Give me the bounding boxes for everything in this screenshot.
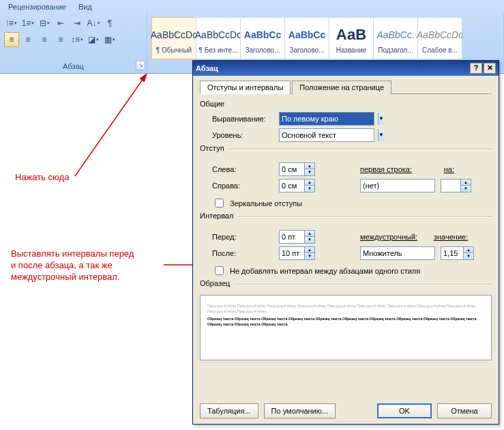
style-subtitle[interactable]: AaBbCc. Подзагол...	[373, 17, 418, 59]
style-subtle-emphasis[interactable]: AaBbCcDc Слабое в...	[417, 17, 462, 59]
close-button[interactable]: ✕	[484, 63, 496, 74]
style-normal[interactable]: AaBbCcDc ¶ Обычный	[151, 17, 196, 59]
paragraph-dialog: Абзац ? ✕ Отступы и интервалы Положение …	[192, 60, 499, 425]
combo-alignment[interactable]: ▼	[279, 112, 374, 126]
fieldset-preview: Образец Пред-дущ-й абзац Пред-дущ-й абза…	[200, 284, 492, 360]
chevron-down-icon[interactable]: ▼	[378, 129, 384, 141]
justify-icon[interactable]: ≡	[53, 32, 68, 47]
tab-indents-spacing[interactable]: Отступы и интервалы	[200, 81, 291, 94]
combo-outline-level[interactable]: ▼	[279, 128, 374, 142]
label-space-after: После:	[212, 249, 273, 257]
show-marks-icon[interactable]: ¶	[102, 16, 117, 31]
tab-review[interactable]: Рецензирование	[3, 1, 72, 13]
spinner-space-before[interactable]: ▲▼	[279, 230, 315, 244]
svg-line-0	[75, 74, 147, 176]
cancel-button[interactable]: Отмена	[437, 403, 492, 418]
style-heading1[interactable]: AaBbCc Заголово...	[240, 17, 285, 59]
paragraph-dialog-launcher[interactable]: ↘	[136, 61, 145, 70]
indent-decrease-icon[interactable]: ⇤	[53, 16, 68, 31]
ok-button[interactable]: OK	[377, 403, 432, 418]
combo-first-line[interactable]: ▼	[360, 179, 435, 192]
dialog-titlebar[interactable]: Абзац ? ✕	[193, 61, 499, 76]
shading-icon[interactable]: ◪	[86, 32, 101, 47]
multilevel-icon[interactable]: ⊟	[37, 16, 52, 31]
spinner-line-spacing-at[interactable]: ▲▼	[441, 246, 474, 260]
line-spacing-icon[interactable]: ↕≡	[70, 32, 85, 47]
fieldset-general: Общие Выравнивание: ▼ Уровень: ▼	[200, 100, 492, 142]
label-at: значение:	[434, 233, 475, 241]
dialog-tabs: Отступы и интервалы Положение на страниц…	[200, 80, 492, 94]
spinner-indent-left[interactable]: ▲▼	[279, 162, 315, 176]
help-button[interactable]: ?	[470, 63, 482, 74]
spinner-space-after[interactable]: ▲▼	[279, 246, 315, 260]
align-right-icon[interactable]: ≡	[37, 32, 52, 47]
borders-icon[interactable]: ▦	[102, 32, 117, 47]
spinner-first-line-by[interactable]: ▲▼	[441, 179, 471, 192]
checkbox-no-space-same-style[interactable]: Не добавлять интервал между абзацами одн…	[212, 264, 492, 277]
align-center-icon[interactable]: ≡	[20, 32, 35, 47]
sort-icon[interactable]: A↓	[86, 16, 101, 31]
tabs-button[interactable]: Табуляция...	[200, 403, 258, 418]
chevron-down-icon[interactable]: ▼	[378, 113, 384, 125]
dialog-title: Абзац	[196, 64, 218, 72]
tab-view[interactable]: Вид	[73, 1, 98, 13]
label-alignment: Выравнивание:	[212, 115, 273, 123]
bullets-icon[interactable]: ⁝≡	[4, 16, 19, 31]
label-space-before: Перед:	[212, 233, 273, 241]
label-indent-left: Слева:	[212, 165, 273, 173]
indent-increase-icon[interactable]: ⇥	[70, 16, 85, 31]
label-outline-level: Уровень:	[212, 131, 273, 139]
label-by: на:	[434, 165, 454, 173]
label-indent-right: Справа:	[212, 182, 273, 190]
numbering-icon[interactable]: 1≡	[20, 16, 35, 31]
fieldset-spacing: Интервал Перед: ▲▼ междустрочный: значен…	[200, 216, 492, 277]
combo-line-spacing[interactable]: ▼	[360, 246, 435, 260]
dialog-buttons: Табуляция... По умолчанию... OK Отмена	[200, 403, 492, 418]
ribbon-tabs: Рецензирование Вид	[0, 0, 504, 13]
default-button[interactable]: По умолчанию...	[264, 403, 336, 418]
annotation-interval: Выставлять интервалы перед и после абзац…	[11, 248, 134, 283]
tab-line-page-breaks[interactable]: Положение на странице	[292, 81, 391, 94]
label-first-line: первая строка:	[360, 165, 428, 173]
paragraph-group-label: Абзац	[4, 61, 143, 70]
label-line-spacing: междустрочный:	[360, 233, 428, 241]
preview-pane: Пред-дущ-й абзац Пред-дущ-й абзац Пред-д…	[200, 295, 492, 360]
fieldset-indent: Отступ Слева: ▲▼ первая строка: на: Спра…	[200, 149, 492, 210]
annotation-click-here: Нажать сюда	[15, 172, 69, 182]
style-heading2[interactable]: AaBbCc Заголово...	[284, 17, 329, 59]
paragraph-group: ⁝≡ 1≡ ⊟ ⇤ ⇥ A↓ ¶ ≡ ≡ ≡ ≡ ↕≡ ◪ ▦	[0, 13, 147, 72]
spinner-indent-right[interactable]: ▲▼	[279, 179, 315, 192]
checkbox-mirror-indents[interactable]: Зеркальные отступы	[212, 197, 492, 210]
style-title[interactable]: АаВ Название	[329, 17, 374, 59]
style-no-spacing[interactable]: AaBbCcDc ¶ Без инте...	[196, 17, 241, 59]
styles-gallery[interactable]: AaBbCcDc ¶ Обычный AaBbCcDc ¶ Без инте..…	[151, 16, 499, 59]
align-left-icon[interactable]: ≡	[4, 32, 19, 47]
